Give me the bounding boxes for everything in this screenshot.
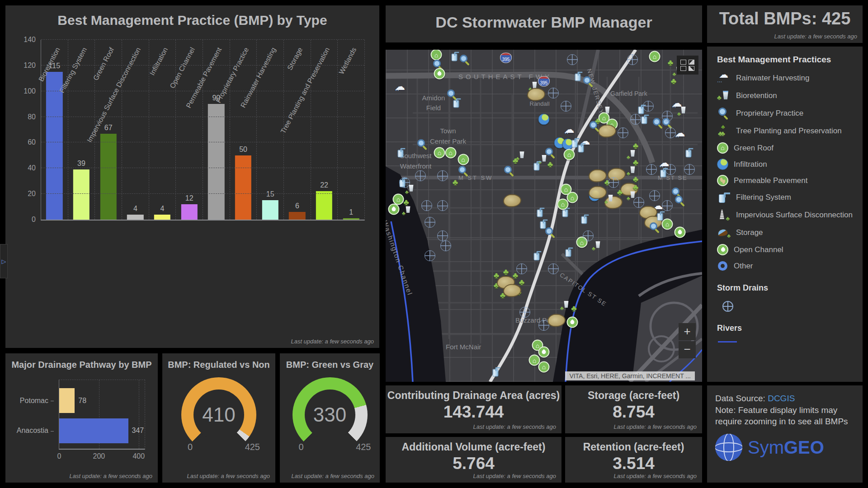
map-marker-cup[interactable] [537,208,545,217]
map-marker-bucket[interactable] [593,241,602,250]
bar-bioretention[interactable] [46,72,62,220]
bar-infiltration[interactable] [154,215,170,220]
map-marker-g[interactable] [445,147,456,158]
map-marker-drain[interactable] [425,250,435,261]
map-marker-drain[interactable] [608,177,619,188]
map-marker-tree[interactable] [453,178,458,188]
map-marker-tree[interactable] [547,160,553,169]
map-marker-g[interactable] [557,198,569,210]
bar-proprietary-practice[interactable] [235,155,251,220]
bar-storage[interactable] [289,212,305,220]
map-marker-g[interactable] [431,50,442,61]
map-marker-drain[interactable] [516,263,527,274]
map-marker-shield[interactable]: 395 [500,53,512,63]
map-marker-g[interactable] [567,192,578,203]
map-marker-cloud[interactable] [659,156,670,169]
zoom-out-button[interactable]: − [679,341,696,358]
map-marker-tree[interactable] [513,156,518,166]
map-marker-drain[interactable] [437,230,448,241]
map-marker-drain[interactable] [415,170,426,181]
bar-filtering-system[interactable] [73,169,90,220]
map-marker-drain[interactable] [633,197,644,208]
map-marker-globe[interactable] [538,114,550,125]
map-marker-cup[interactable] [399,178,407,188]
map-marker-drain[interactable] [437,170,448,181]
map-marker-go[interactable] [567,316,578,328]
map-marker-drain[interactable] [662,200,673,211]
map-marker-tree[interactable] [668,58,673,68]
map-marker-drain[interactable] [421,200,432,211]
map-marker-g[interactable] [458,154,469,165]
map-marker-bucket[interactable] [403,206,412,215]
map-marker-drain[interactable] [567,54,578,65]
map-marker-g[interactable] [434,147,445,158]
basemap-toggle-button[interactable] [677,56,698,75]
bar-potomac[interactable]: 78 [59,388,75,413]
map[interactable]: SOUTHEAST FWYAmidon FieldTown Center Par… [386,50,702,382]
map-marker-g[interactable] [564,149,575,160]
map-marker-cup[interactable] [575,71,583,81]
data-source-link[interactable]: DCGIS [768,394,795,403]
map-marker-drain[interactable] [662,111,673,122]
map-marker-cup[interactable] [534,161,542,171]
sidebar-expander[interactable]: ▷ [0,244,8,278]
map-marker-drain[interactable] [437,200,448,211]
map-marker-cup[interactable] [453,98,461,108]
map-marker-drain[interactable] [548,88,559,99]
map-marker-mag[interactable] [675,195,685,206]
map-marker-g[interactable] [538,361,550,372]
map-marker-tree[interactable] [571,304,576,314]
map-marker-drain[interactable] [630,114,641,125]
map-marker-drain[interactable] [561,101,571,112]
map-marker-drain[interactable] [646,164,657,175]
zoom-in-button[interactable]: + [679,323,696,340]
map-marker-mag[interactable] [545,227,556,238]
map-marker-cup[interactable] [452,52,459,61]
map-marker-mag[interactable] [649,222,660,233]
map-marker-mag[interactable] [545,147,556,158]
map-marker-cup[interactable] [493,367,500,376]
bar-rainwater-harvesting[interactable] [262,200,278,220]
map-marker-cup[interactable] [398,148,406,157]
map-marker-cup[interactable] [566,248,573,257]
map-marker-go[interactable] [538,346,550,357]
map-marker-cloud[interactable] [675,127,685,139]
map-marker-bucket[interactable] [679,107,688,116]
map-marker-drain[interactable] [425,217,435,228]
bar-tree-planting-and-preservation[interactable] [316,191,332,220]
map-marker-drain[interactable] [519,307,530,318]
map-marker-cup[interactable] [657,211,665,221]
bar-open-channel[interactable] [181,204,198,220]
map-marker-go[interactable] [434,68,445,79]
map-marker-drain[interactable] [665,127,676,138]
map-marker-mag[interactable] [459,54,470,65]
bar-wetlands[interactable] [343,218,359,220]
bar-green-roof[interactable] [100,134,116,220]
map-marker-drain[interactable] [548,263,559,274]
map-marker-g[interactable] [649,51,660,62]
map-marker-cup[interactable] [660,168,668,177]
map-marker-cloud[interactable] [564,123,575,136]
map-marker-mag[interactable] [589,121,600,131]
map-marker-bucket[interactable] [406,185,415,194]
map-marker-go[interactable] [675,227,686,238]
map-marker-go[interactable] [388,203,399,215]
map-marker-drain[interactable] [627,54,638,65]
map-marker-bucket[interactable] [606,195,615,204]
map-marker-drain[interactable] [440,240,451,251]
map-marker-tree[interactable] [617,188,623,197]
map-marker-mag[interactable] [583,76,594,87]
bar-anacostia[interactable]: 347 [59,418,128,443]
map-marker-cup[interactable] [578,143,586,152]
map-marker-cloud[interactable] [395,80,405,92]
map-marker-drain[interactable] [618,127,628,138]
map-marker-mag[interactable] [417,139,428,150]
map-marker-drain[interactable] [684,164,695,175]
map-marker-shield[interactable]: 395 [538,76,550,86]
map-marker-cup[interactable] [534,251,542,260]
map-marker-bucket[interactable] [517,151,526,160]
map-marker-cup[interactable] [686,148,693,157]
bar-permeable-pavement[interactable] [208,104,224,220]
map-marker-mag[interactable] [458,165,469,176]
map-marker-mag[interactable] [504,165,514,176]
